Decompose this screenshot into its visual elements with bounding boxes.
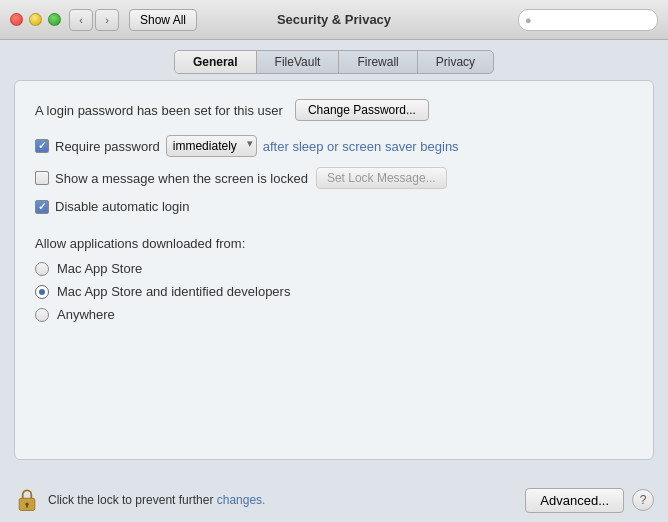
help-button[interactable]: ? bbox=[632, 489, 654, 511]
tab-general[interactable]: General bbox=[175, 51, 257, 73]
disable-login-checkbox[interactable]: ✓ bbox=[35, 200, 49, 214]
tab-filevault[interactable]: FileVault bbox=[257, 51, 340, 73]
apps-title: Allow applications downloaded from: bbox=[35, 236, 633, 251]
zoom-button[interactable] bbox=[48, 13, 61, 26]
search-input[interactable] bbox=[535, 13, 651, 27]
search-icon: ● bbox=[525, 14, 532, 26]
forward-button[interactable]: › bbox=[95, 9, 119, 31]
svg-rect-2 bbox=[26, 504, 28, 507]
traffic-lights bbox=[10, 13, 61, 26]
immediately-dropdown-wrapper: immediately 5 seconds 1 minute 5 minutes… bbox=[166, 135, 257, 157]
radio-mac-app-store-button[interactable] bbox=[35, 262, 49, 276]
advanced-button[interactable]: Advanced... bbox=[525, 488, 624, 513]
tabs-container: General FileVault Firewall Privacy bbox=[174, 50, 494, 74]
main-content: A login password has been set for this u… bbox=[14, 80, 654, 460]
require-password-row: ✓ Require password immediately 5 seconds… bbox=[35, 135, 633, 157]
radio-mac-app-store: Mac App Store bbox=[35, 261, 633, 276]
window-title: Security & Privacy bbox=[277, 12, 391, 27]
login-password-text: A login password has been set for this u… bbox=[35, 103, 283, 118]
checkmark-icon: ✓ bbox=[38, 141, 46, 151]
show-message-checkbox[interactable] bbox=[35, 171, 49, 185]
titlebar: ‹ › Show All Security & Privacy ● bbox=[0, 0, 668, 40]
back-button[interactable]: ‹ bbox=[69, 9, 93, 31]
disable-login-row: ✓ Disable automatic login bbox=[35, 199, 633, 214]
radio-mac-app-store-identified-button[interactable] bbox=[35, 285, 49, 299]
radio-anywhere-button[interactable] bbox=[35, 308, 49, 322]
lock-icon[interactable] bbox=[14, 487, 40, 513]
disable-login-label: Disable automatic login bbox=[55, 199, 189, 214]
bottom-bar: Click the lock to prevent further change… bbox=[0, 478, 668, 522]
require-password-checkbox[interactable]: ✓ bbox=[35, 139, 49, 153]
radio-mac-app-store-identified: Mac App Store and identified developers bbox=[35, 284, 633, 299]
show-message-label: Show a message when the screen is locked bbox=[55, 171, 308, 186]
tab-privacy[interactable]: Privacy bbox=[418, 51, 493, 73]
tab-firewall[interactable]: Firewall bbox=[339, 51, 417, 73]
set-lock-message-button[interactable]: Set Lock Message... bbox=[316, 167, 447, 189]
immediately-dropdown[interactable]: immediately 5 seconds 1 minute 5 minutes… bbox=[166, 135, 257, 157]
checkmark-icon2: ✓ bbox=[38, 202, 46, 212]
show-message-row: Show a message when the screen is locked… bbox=[35, 167, 633, 189]
radio-anywhere-label: Anywhere bbox=[57, 307, 115, 322]
show-all-button[interactable]: Show All bbox=[129, 9, 197, 31]
radio-anywhere: Anywhere bbox=[35, 307, 633, 322]
minimize-button[interactable] bbox=[29, 13, 42, 26]
require-password-label: Require password bbox=[55, 139, 160, 154]
change-password-button[interactable]: Change Password... bbox=[295, 99, 429, 121]
after-sleep-text: after sleep or screen saver begins bbox=[263, 139, 459, 154]
radio-mac-app-store-label: Mac App Store bbox=[57, 261, 142, 276]
bottom-right: Advanced... ? bbox=[525, 488, 654, 513]
radio-mac-app-store-identified-label: Mac App Store and identified developers bbox=[57, 284, 290, 299]
nav-buttons: ‹ › bbox=[69, 9, 119, 31]
lock-link[interactable]: changes. bbox=[217, 493, 266, 507]
search-box[interactable]: ● bbox=[518, 9, 658, 31]
login-password-row: A login password has been set for this u… bbox=[35, 99, 633, 121]
lock-text: Click the lock to prevent further change… bbox=[48, 493, 265, 507]
apps-section: Allow applications downloaded from: Mac … bbox=[35, 236, 633, 322]
tabs-bar: General FileVault Firewall Privacy bbox=[0, 40, 668, 74]
close-button[interactable] bbox=[10, 13, 23, 26]
